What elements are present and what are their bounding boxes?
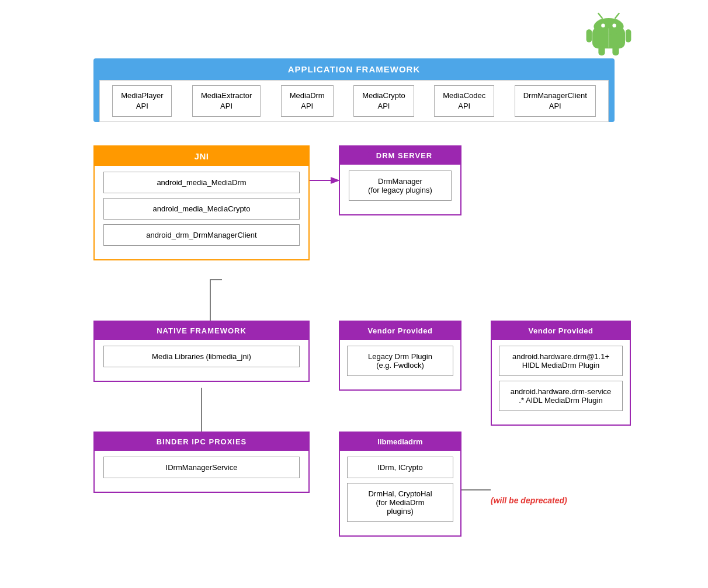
vendor-right-box: Vendor Provided android.hardware.drm@1.1… (491, 321, 631, 426)
drm-manager-item: DrmManager(for legacy plugins) (349, 171, 452, 201)
legacy-drm-plugin-item: Legacy Drm Plugin(e.g. Fwdlock) (347, 346, 453, 376)
app-framework-items: MediaPlayerAPI MediaExtractorAPI MediaDr… (99, 80, 609, 122)
svg-rect-6 (586, 29, 592, 42)
aidl-mediadrm-plugin-item: android.hardware.drm-service.* AIDL Medi… (499, 381, 623, 411)
api-item-drmmanagerclient: DrmManagerClientAPI (515, 85, 596, 117)
svg-line-4 (598, 13, 602, 18)
app-framework-title: APPLICATION FRAMEWORK (93, 58, 615, 80)
api-item-mediacodec: MediaCodecAPI (434, 85, 494, 117)
svg-line-5 (615, 13, 619, 18)
vendor-left-items: Legacy Drm Plugin(e.g. Fwdlock) (340, 340, 460, 389)
jni-box: JNI android_media_MediaDrm android_media… (93, 145, 310, 260)
svg-rect-7 (626, 29, 631, 42)
jni-item-drmmanagerclient: android_drm_DrmManagerClient (103, 224, 300, 246)
binder-ipc-title: BINDER IPC PROXIES (95, 433, 308, 451)
libmediadrm-title: libmediadrm (340, 433, 460, 451)
api-item-mediacrypto: MediaCryptoAPI (353, 85, 414, 117)
vendor-left-box: Vendor Provided Legacy Drm Plugin(e.g. F… (339, 321, 461, 391)
jni-item-mediacrypto: android_media_MediaCrypto (103, 198, 300, 220)
svg-point-2 (601, 24, 605, 27)
binder-ipc-box: BINDER IPC PROXIES IDrmManagerService (93, 432, 310, 493)
jni-item-mediadrm: android_media_MediaDrm (103, 172, 300, 193)
deprecated-text: (will be deprecated) (491, 496, 567, 505)
libmediadrm-items: IDrm, ICrypto DrmHal, CryptoHal(for Medi… (340, 451, 460, 535)
binder-ipc-items: IDrmManagerService (95, 451, 308, 492)
vendor-right-items: android.hardware.drm@1.1+HIDL MediaDrm P… (492, 340, 630, 425)
drm-server-items: DrmManager(for legacy plugins) (340, 165, 460, 214)
vendor-left-title: Vendor Provided (340, 322, 460, 340)
drm-server-box: DRM SERVER DrmManager(for legacy plugins… (339, 145, 461, 215)
main-container: APPLICATION FRAMEWORK MediaPlayerAPI Med… (0, 0, 708, 566)
drmhal-cryptohal-item: DrmHal, CryptoHal(for MediaDrmplugins) (347, 483, 453, 522)
idrm-manager-service-item: IDrmManagerService (103, 457, 300, 478)
jni-items: android_media_MediaDrm android_media_Med… (95, 166, 308, 259)
native-framework-items: Media Libraries (libmedia_jni) (95, 340, 308, 381)
diagram-area: JNI android_media_MediaDrm android_media… (93, 145, 690, 554)
media-libraries-item: Media Libraries (libmedia_jni) (103, 346, 300, 367)
svg-rect-9 (612, 46, 619, 55)
svg-point-3 (612, 24, 616, 27)
hidl-mediadrm-plugin-item: android.hardware.drm@1.1+HIDL MediaDrm P… (499, 346, 623, 376)
android-logo (585, 9, 632, 55)
api-item-mediaplayer: MediaPlayerAPI (112, 85, 172, 117)
api-item-mediadrm: MediaDrmAPI (281, 85, 334, 117)
native-framework-title: NATIVE FRAMEWORK (95, 322, 308, 340)
idrm-icrypto-item: IDrm, ICrypto (347, 457, 453, 478)
libmediadrm-box: libmediadrm IDrm, ICrypto DrmHal, Crypto… (339, 432, 461, 537)
api-item-mediaextractor: MediaExtractorAPI (192, 85, 261, 117)
jni-title: JNI (95, 147, 308, 166)
svg-rect-8 (598, 46, 605, 55)
native-framework-box: NATIVE FRAMEWORK Media Libraries (libmed… (93, 321, 310, 382)
drm-server-arrow-icon (368, 152, 374, 159)
vendor-right-title: Vendor Provided (492, 322, 630, 340)
drm-server-title: DRM SERVER (340, 147, 460, 165)
app-framework-container: APPLICATION FRAMEWORK MediaPlayerAPI Med… (93, 58, 615, 122)
